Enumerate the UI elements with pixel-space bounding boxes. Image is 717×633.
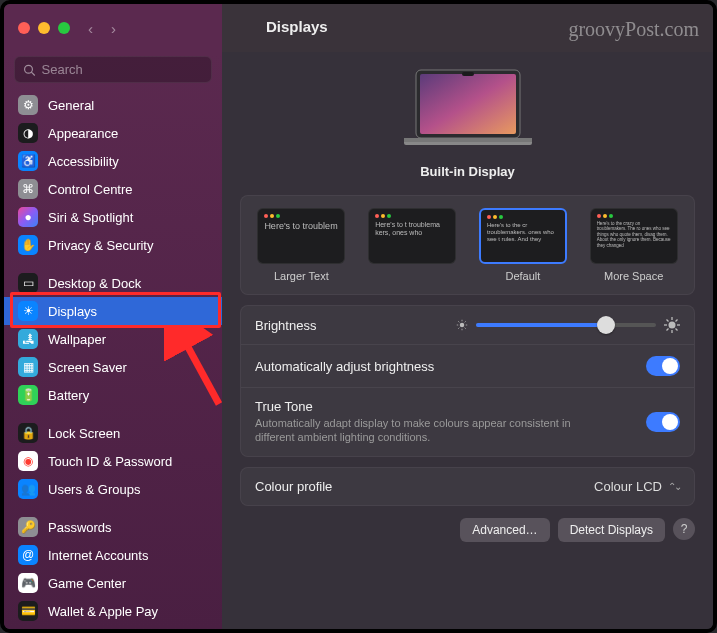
brightness-panel: Brightness Automatically adjust brightne…: [240, 305, 695, 457]
svg-line-22: [676, 329, 678, 331]
sidebar-item-label: Internet Accounts: [48, 548, 148, 563]
sidebar-item-general[interactable]: ⚙General: [4, 91, 222, 119]
sidebar-item-label: Users & Groups: [48, 482, 140, 497]
auto-brightness-label: Automatically adjust brightness: [255, 359, 434, 374]
displays-icon: ☀: [18, 301, 38, 321]
svg-line-1: [32, 72, 35, 75]
search-icon: [23, 63, 36, 77]
footer-buttons: Advanced… Detect Displays ?: [240, 516, 695, 542]
sidebar-item-wallet[interactable]: 💳Wallet & Apple Pay: [4, 597, 222, 625]
main-content: Built-in Display Here's to troublem Larg…: [222, 52, 713, 629]
zoom-icon[interactable]: [58, 22, 70, 34]
sidebar-item-label: Touch ID & Password: [48, 454, 172, 469]
svg-line-15: [465, 321, 466, 322]
wallet-icon: 💳: [18, 601, 38, 621]
sidebar-item-label: Passwords: [48, 520, 112, 535]
page-title: Displays: [266, 18, 328, 35]
sidebar-item-siri[interactable]: ●Siri & Spotlight: [4, 203, 222, 231]
resolution-label: Larger Text: [274, 270, 329, 282]
sidebar-item-label: Control Centre: [48, 182, 133, 197]
nav-arrows: ‹ ›: [88, 20, 116, 37]
display-preview: Built-in Display: [240, 62, 695, 185]
search-field[interactable]: [42, 62, 203, 77]
sidebar-item-label: Lock Screen: [48, 426, 120, 441]
resolution-option-default[interactable]: Here's to the cr troublemakers. ones who…: [475, 208, 572, 282]
sidebar-item-label: Accessibility: [48, 154, 119, 169]
colour-profile-panel: Colour profile Colour LCD ⌃⌄: [240, 467, 695, 506]
true-tone-toggle[interactable]: [646, 412, 680, 432]
sidebar-item-label: Wallpaper: [48, 332, 106, 347]
forward-button[interactable]: ›: [111, 20, 116, 37]
help-button[interactable]: ?: [673, 518, 695, 540]
titlebar: ‹ › Displays groovyPost.com: [4, 4, 713, 52]
true-tone-label: True Tone: [255, 399, 595, 414]
watermark: groovyPost.com: [568, 18, 699, 41]
colour-profile-label: Colour profile: [255, 479, 332, 494]
sidebar-item-battery[interactable]: 🔋Battery: [4, 381, 222, 409]
svg-point-7: [460, 323, 465, 328]
resolution-panel: Here's to troublem Larger Text Here's to…: [240, 195, 695, 295]
display-name: Built-in Display: [420, 164, 515, 179]
svg-rect-4: [462, 72, 474, 76]
back-button[interactable]: ‹: [88, 20, 93, 37]
resolution-option-medium[interactable]: Here's to t troublema kers, ones who: [364, 208, 461, 282]
sidebar-item-label: Desktop & Dock: [48, 276, 141, 291]
svg-line-13: [465, 328, 466, 329]
minimize-icon[interactable]: [38, 22, 50, 34]
search-input[interactable]: [14, 56, 212, 83]
laptop-icon: [398, 66, 538, 156]
sidebar-item-control-centre[interactable]: ⌘Control Centre: [4, 175, 222, 203]
battery-icon: 🔋: [18, 385, 38, 405]
users-groups-icon: 👥: [18, 479, 38, 499]
svg-point-16: [669, 322, 676, 329]
sidebar-item-label: Displays: [48, 304, 97, 319]
sidebar-item-label: Screen Saver: [48, 360, 127, 375]
sidebar-item-screen-saver[interactable]: ▦Screen Saver: [4, 353, 222, 381]
lock-screen-icon: 🔒: [18, 423, 38, 443]
sidebar-item-privacy[interactable]: ✋Privacy & Security: [4, 231, 222, 259]
sidebar-item-displays[interactable]: ☀Displays: [4, 297, 222, 325]
sidebar-item-accessibility[interactable]: ♿Accessibility: [4, 147, 222, 175]
wallpaper-icon: 🏞: [18, 329, 38, 349]
appearance-icon: ◑: [18, 123, 38, 143]
sidebar-item-wallpaper[interactable]: 🏞Wallpaper: [4, 325, 222, 353]
svg-rect-3: [420, 74, 516, 134]
resolution-label: Default: [505, 270, 540, 282]
sidebar-item-label: Siri & Spotlight: [48, 210, 133, 225]
detect-displays-button[interactable]: Detect Displays: [558, 518, 665, 542]
svg-line-14: [458, 328, 459, 329]
privacy-icon: ✋: [18, 235, 38, 255]
advanced-button[interactable]: Advanced…: [460, 518, 549, 542]
desktop-dock-icon: ▭: [18, 273, 38, 293]
internet-accounts-icon: @: [18, 545, 38, 565]
sidebar-item-desktop-dock[interactable]: ▭Desktop & Dock: [4, 269, 222, 297]
sidebar-item-label: Battery: [48, 388, 89, 403]
sidebar-item-users-groups[interactable]: 👥Users & Groups: [4, 475, 222, 503]
sun-small-icon: [456, 319, 468, 331]
brightness-slider[interactable]: [476, 323, 656, 327]
close-icon[interactable]: [18, 22, 30, 34]
colour-profile-select[interactable]: Colour LCD ⌃⌄: [594, 479, 680, 494]
sidebar-item-label: Wallet & Apple Pay: [48, 604, 158, 619]
passwords-icon: 🔑: [18, 517, 38, 537]
accessibility-icon: ♿: [18, 151, 38, 171]
sidebar-item-label: General: [48, 98, 94, 113]
sidebar-item-passwords[interactable]: 🔑Passwords: [4, 513, 222, 541]
resolution-option-larger-text[interactable]: Here's to troublem Larger Text: [253, 208, 350, 282]
sidebar-item-touch-id[interactable]: ◉Touch ID & Password: [4, 447, 222, 475]
svg-rect-6: [404, 138, 532, 142]
sidebar-item-lock-screen[interactable]: 🔒Lock Screen: [4, 419, 222, 447]
sidebar-item-appearance[interactable]: ◑Appearance: [4, 119, 222, 147]
svg-line-24: [676, 320, 678, 322]
sidebar-item-game-center[interactable]: 🎮Game Center: [4, 569, 222, 597]
sidebar-item-internet-accounts[interactable]: @Internet Accounts: [4, 541, 222, 569]
sidebar: ⚙General ◑Appearance ♿Accessibility ⌘Con…: [4, 52, 222, 629]
control-centre-icon: ⌘: [18, 179, 38, 199]
resolution-option-more-space[interactable]: Here's to the crazy on troublemakers. Th…: [585, 208, 682, 282]
auto-brightness-toggle[interactable]: [646, 356, 680, 376]
siri-icon: ●: [18, 207, 38, 227]
sidebar-item-label: Privacy & Security: [48, 238, 153, 253]
window-controls: [18, 22, 70, 34]
game-center-icon: 🎮: [18, 573, 38, 593]
sun-large-icon: [664, 317, 680, 333]
